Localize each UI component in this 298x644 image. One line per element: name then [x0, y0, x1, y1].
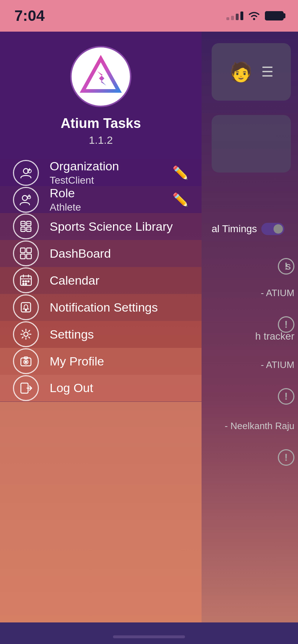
toggle-knob	[274, 224, 283, 234]
drawer-bottom	[0, 402, 202, 644]
drawer-header: Atium Tasks 1.1.2	[0, 32, 202, 159]
calendar-title: Calendar	[50, 273, 189, 288]
sidebar-item-role[interactable]: Role Athlete ✏️	[0, 186, 202, 213]
right-info-row-1: s !	[278, 258, 294, 275]
status-icons	[226, 11, 284, 21]
dashboard-icon	[13, 240, 39, 266]
status-bar: 7:04	[0, 0, 298, 32]
sidebar-item-log-out[interactable]: Log Out	[0, 375, 202, 402]
role-subtitle: Athlete	[50, 202, 172, 213]
calendar-content: Calendar	[50, 273, 189, 288]
notification-settings-icon	[13, 294, 39, 320]
organization-title: Organization	[50, 159, 172, 173]
logo-svg	[77, 53, 124, 100]
svg-point-32	[25, 283, 27, 285]
app-name: Atium Tasks	[60, 116, 141, 131]
sports-science-library-icon	[13, 213, 39, 239]
svg-rect-22	[21, 254, 25, 259]
drawer-menu: Organization TestClient ✏️ Role Athlete …	[0, 159, 202, 402]
sidebar-item-sports-science-library[interactable]: Sports Science Library	[0, 213, 202, 240]
status-time: 7:04	[14, 7, 45, 24]
role-title: Role	[50, 186, 172, 200]
role-icon	[13, 187, 39, 213]
right-name-text: - Neelkanth Raju	[225, 420, 294, 432]
log-out-content: Log Out	[50, 381, 189, 395]
notification-settings-content: Notification Settings	[50, 300, 189, 314]
right-info-row-3: !	[278, 388, 294, 405]
svg-rect-20	[21, 248, 25, 253]
svg-rect-23	[27, 254, 31, 259]
sidebar-item-my-profile[interactable]: My Profile	[0, 348, 202, 375]
svg-point-30	[28, 281, 29, 282]
person-icon: 🧑	[229, 61, 253, 83]
right-info-row-4: !	[278, 449, 294, 466]
svg-point-35	[25, 309, 27, 311]
my-profile-icon	[13, 348, 39, 374]
notification-settings-title: Notification Settings	[50, 300, 189, 314]
organization-edit-icon[interactable]: ✏️	[172, 165, 189, 180]
navigation-drawer: Atium Tasks 1.1.2 Organization TestClien…	[0, 32, 202, 644]
svg-point-29	[25, 281, 27, 282]
log-out-title: Log Out	[50, 381, 189, 395]
right-atium-text-1: - ATIUM	[261, 288, 294, 299]
right-tracker-text: h tracker	[255, 331, 294, 342]
home-indicator	[113, 635, 185, 638]
info-icon-3: !	[278, 388, 294, 405]
svg-point-39	[25, 361, 27, 363]
right-panel-card-1: 🧑 ☰	[212, 43, 291, 101]
svg-point-8	[22, 196, 27, 201]
settings-content: Settings	[50, 327, 189, 341]
bottom-bar	[0, 622, 298, 644]
wifi-icon	[248, 11, 261, 21]
organization-subtitle: TestClient	[50, 175, 172, 186]
app-version: 1.1.2	[89, 134, 113, 146]
my-profile-content: My Profile	[50, 354, 189, 368]
app-logo	[70, 46, 131, 107]
dashboard-content: DashBoard	[50, 247, 189, 261]
sidebar-item-settings[interactable]: Settings	[0, 321, 202, 348]
dashboard-title: DashBoard	[50, 247, 189, 261]
role-content: Role Athlete	[50, 186, 172, 213]
svg-rect-21	[27, 248, 31, 253]
menu-icon: ☰	[261, 64, 274, 80]
settings-icon	[13, 321, 39, 347]
toggle-label: al Timings	[212, 223, 257, 235]
svg-point-28	[23, 281, 24, 282]
sidebar-item-calendar[interactable]: Calendar	[0, 267, 202, 294]
log-out-icon	[13, 375, 39, 401]
sidebar-item-dashboard[interactable]: DashBoard	[0, 240, 202, 267]
toggle-switch[interactable]	[261, 223, 284, 235]
role-edit-icon[interactable]: ✏️	[172, 192, 189, 207]
sidebar-item-organization[interactable]: Organization TestClient ✏️	[0, 159, 202, 186]
right-atium-text-2: - ATIUM	[261, 359, 294, 371]
svg-point-0	[253, 18, 255, 20]
calendar-icon	[13, 267, 39, 293]
svg-point-31	[23, 283, 24, 285]
signal-icon	[226, 12, 243, 20]
settings-title: Settings	[50, 327, 189, 341]
organization-icon	[13, 160, 39, 186]
battery-icon	[265, 11, 284, 20]
sports-science-library-title: Sports Science Library	[50, 220, 189, 234]
svg-point-36	[24, 332, 28, 336]
my-profile-title: My Profile	[50, 354, 189, 368]
info-icon-4: !	[278, 449, 294, 466]
toggle-row: al Timings	[212, 223, 294, 235]
organization-content: Organization TestClient	[50, 159, 172, 186]
sidebar-item-notification-settings[interactable]: Notification Settings	[0, 294, 202, 321]
sports-science-library-content: Sports Science Library	[50, 220, 189, 234]
right-panel-card-2	[212, 115, 291, 172]
right-s-text: s	[286, 261, 291, 272]
